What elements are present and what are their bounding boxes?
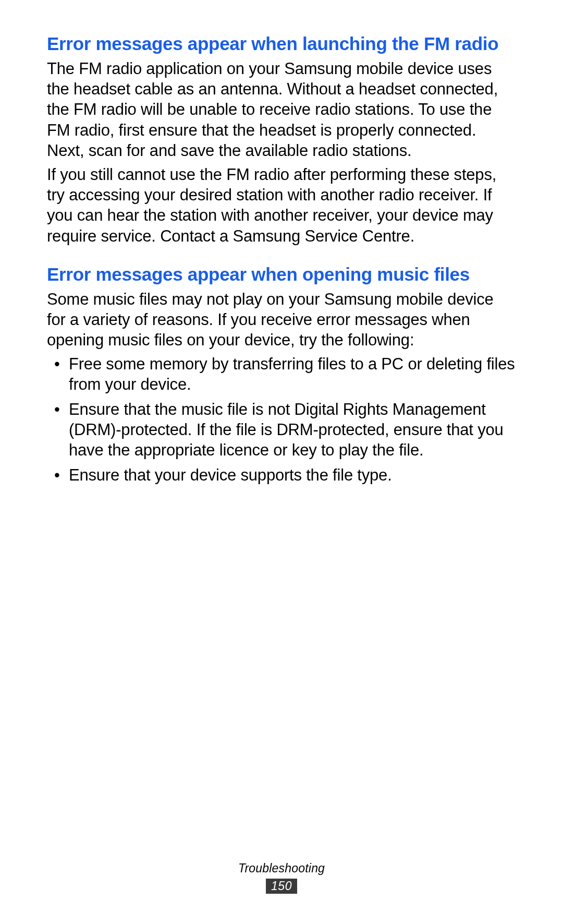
list-item: Ensure that your device supports the fil… — [69, 465, 516, 485]
page-number: 150 — [266, 879, 297, 894]
paragraph: Some music files may not play on your Sa… — [47, 289, 516, 351]
page-footer: Troubleshooting 150 — [0, 861, 563, 894]
section-heading-fm-radio: Error messages appear when launching the… — [47, 32, 516, 55]
footer-section-label: Troubleshooting — [0, 861, 563, 875]
paragraph: If you still cannot use the FM radio aft… — [47, 164, 516, 246]
section-heading-music-files: Error messages appear when opening music… — [47, 263, 516, 286]
list-item: Free some memory by transferring files t… — [69, 354, 516, 395]
list-item: Ensure that the music file is not Digita… — [69, 399, 516, 461]
document-page: Error messages appear when launching the… — [0, 0, 563, 924]
paragraph: The FM radio application on your Samsung… — [47, 58, 516, 161]
bullet-list: Free some memory by transferring files t… — [47, 354, 516, 485]
